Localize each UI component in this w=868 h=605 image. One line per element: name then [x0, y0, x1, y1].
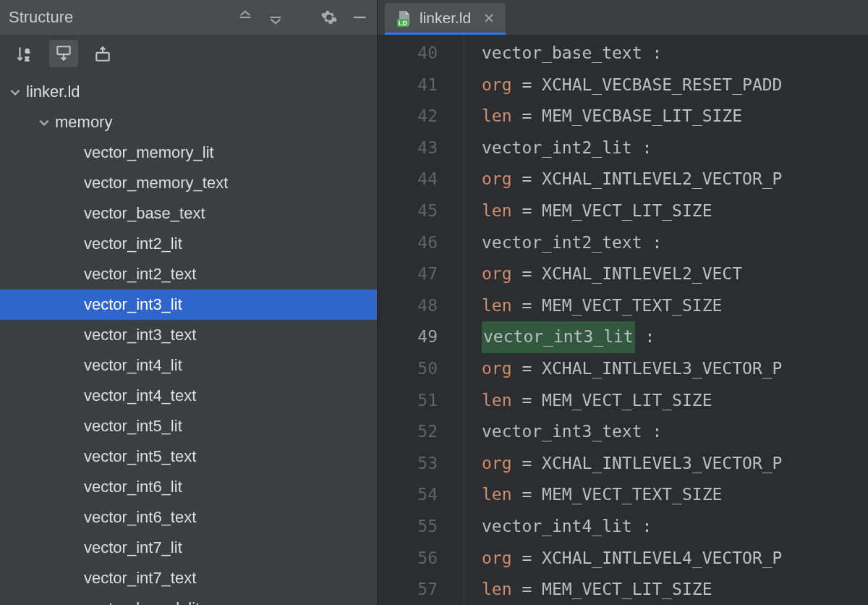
tree-item-vector_int6_lit[interactable]: vector_int6_lit — [0, 472, 377, 502]
tree-item-label: vector_int2_lit — [84, 234, 182, 253]
tree-item-label: vector_int3_text — [84, 326, 196, 344]
editor-body[interactable]: 404142434445464748495051525354555657 vec… — [378, 35, 868, 605]
svg-text:LD: LD — [399, 20, 407, 27]
gutter-line[interactable]: 53 — [378, 448, 438, 480]
tree-item-label: vector_int6_text — [84, 508, 196, 527]
tree-item-vector_int5_lit[interactable]: vector_int5_lit — [0, 411, 377, 441]
code-content[interactable]: vector_base_text : org = XCHAL_VECBASE_R… — [464, 35, 868, 605]
tree-item-vector_base_text[interactable]: vector_base_text — [0, 198, 377, 229]
tree-item-vector_int5_text[interactable]: vector_int5_text — [0, 441, 377, 472]
svg-text:z: z — [25, 54, 29, 62]
tree-item-vector_int6_text[interactable]: vector_int6_text — [0, 502, 377, 533]
gutter-line[interactable]: 50 — [378, 353, 438, 385]
code-line[interactable]: len = MEM_VECT_LIT_SIZE — [482, 385, 868, 417]
code-line[interactable]: len = MEM_VECT_LIT_SIZE — [482, 195, 868, 227]
code-line[interactable]: len = MEM_VECT_LIT_SIZE — [482, 574, 868, 605]
code-line[interactable]: org = XCHAL_INTLEVEL2_VECTOR_P — [482, 164, 868, 195]
tree-item-vector_int7_lit[interactable]: vector_int7_lit — [0, 533, 377, 563]
tree-item-label: vector_int7_lit — [84, 538, 182, 557]
tree-item-vector_int4_lit[interactable]: vector_int4_lit — [0, 350, 377, 381]
code-line[interactable]: vector_int2_lit : — [482, 132, 868, 164]
tree-item-label: vector_int2_text — [84, 265, 196, 284]
gutter-line[interactable]: 57 — [378, 574, 438, 605]
tree-item-label: vector_int4_lit — [84, 356, 182, 375]
tree-item-label: vector_base_text — [84, 204, 205, 223]
structure-header: Structure — [0, 0, 377, 35]
tree-root[interactable]: linker.ld — [0, 77, 377, 107]
tree-item-vector_int3_text[interactable]: vector_int3_text — [0, 320, 377, 350]
ld-file-icon: LD — [395, 9, 412, 27]
gutter-line[interactable]: 42 — [378, 101, 438, 132]
tree-item-label: vector_int7_text — [84, 569, 196, 588]
code-line[interactable]: vector_int2_text : — [482, 227, 868, 259]
code-line[interactable]: org = XCHAL_INTLEVEL3_VECTOR_P — [482, 448, 868, 480]
tree-item-vector_int7_text[interactable]: vector_int7_text — [0, 563, 377, 593]
tree-item-label: vector_int3_lit — [84, 295, 182, 314]
code-line[interactable]: len = MEM_VECBASE_LIT_SIZE — [482, 101, 868, 132]
gutter-line[interactable]: 44 — [378, 164, 438, 195]
app-root: Structure — [0, 0, 868, 605]
gutter-line[interactable]: 46 — [378, 227, 438, 259]
gutter-line[interactable]: 54 — [378, 479, 438, 511]
tree-item-vector_int2_lit[interactable]: vector_int2_lit — [0, 229, 377, 259]
close-icon[interactable] — [482, 12, 495, 25]
tab-label: linker.ld — [420, 9, 471, 27]
structure-panel: Structure — [0, 0, 378, 605]
code-line[interactable]: org = XCHAL_INTLEVEL4_VECTOR_P — [482, 543, 868, 575]
tree-item-vector_int4_text[interactable]: vector_int4_text — [0, 381, 377, 411]
gutter-line[interactable]: 49 — [378, 321, 438, 353]
tree-root-label: linker.ld — [26, 82, 80, 101]
code-line[interactable]: org = XCHAL_VECBASE_RESET_PADD — [482, 69, 868, 101]
gutter-line[interactable]: 45 — [378, 195, 438, 227]
tree-item-vector_int2_text[interactable]: vector_int2_text — [0, 259, 377, 289]
expand-all-icon[interactable] — [267, 9, 284, 26]
tree-item-label: vector_int4_text — [84, 386, 196, 405]
gutter-line[interactable]: 51 — [378, 385, 438, 417]
tree-item-label: vector_int5_text — [84, 447, 196, 466]
tree-item-label: vector_memory_text — [84, 174, 228, 192]
autoscroll-from-source-icon[interactable] — [88, 40, 117, 67]
tree-item-label: vector_int5_lit — [84, 417, 182, 436]
tree-group-memory[interactable]: memory — [0, 107, 377, 138]
tree-item-label: vector_memory_lit — [84, 143, 214, 162]
code-line[interactable]: vector_base_text : — [482, 38, 868, 69]
code-line[interactable]: org = XCHAL_INTLEVEL3_VECTOR_P — [482, 353, 868, 385]
gutter-line[interactable]: 41 — [378, 69, 438, 101]
sort-alpha-icon[interactable]: a z — [10, 40, 39, 67]
tree-item-vector_memory_lit[interactable]: vector_memory_lit — [0, 138, 377, 168]
gutter-line[interactable]: 52 — [378, 416, 438, 448]
code-line[interactable]: vector_int3_lit : — [482, 321, 868, 353]
tree-group-label: memory — [55, 113, 112, 132]
gutter-line[interactable]: 47 — [378, 258, 438, 290]
structure-toolbar: a z — [0, 35, 377, 72]
minimize-icon[interactable] — [351, 9, 368, 26]
editor-tabbar: LD linker.ld — [378, 0, 868, 35]
code-line[interactable]: len = MEM_VECT_TEXT_SIZE — [482, 479, 868, 511]
tree-item-vector_int3_lit[interactable]: vector_int3_lit — [0, 289, 377, 320]
tree-item-vector_kernel_lit[interactable]: vector_kernel_lit — [0, 593, 377, 605]
tree-item-label: vector_kernel_lit — [84, 599, 200, 605]
svg-rect-6 — [96, 53, 109, 61]
editor-area: LD linker.ld 404142434445464748495051525… — [378, 0, 868, 605]
code-line[interactable]: org = XCHAL_INTLEVEL2_VECT — [482, 258, 868, 290]
tree-item-label: vector_int6_lit — [84, 478, 182, 496]
gutter-line[interactable]: 40 — [378, 38, 438, 69]
code-line[interactable]: vector_int4_lit : — [482, 511, 868, 543]
gear-icon[interactable] — [320, 9, 338, 26]
structure-title: Structure — [9, 8, 73, 27]
gutter-line[interactable]: 56 — [378, 543, 438, 575]
collapse-all-icon[interactable] — [237, 9, 254, 26]
svg-text:a: a — [25, 46, 30, 54]
structure-header-actions — [237, 9, 368, 26]
svg-rect-5 — [57, 46, 69, 54]
tab-linker-ld[interactable]: LD linker.ld — [385, 3, 506, 35]
gutter-line[interactable]: 48 — [378, 290, 438, 322]
gutter-line[interactable]: 43 — [378, 132, 438, 164]
code-line[interactable]: len = MEM_VECT_TEXT_SIZE — [482, 290, 868, 322]
structure-tree[interactable]: linker.ldmemoryvector_memory_litvector_m… — [0, 72, 377, 605]
line-gutter[interactable]: 404142434445464748495051525354555657 — [378, 35, 464, 605]
autoscroll-to-source-icon[interactable] — [49, 40, 78, 67]
tree-item-vector_memory_text[interactable]: vector_memory_text — [0, 168, 377, 198]
gutter-line[interactable]: 55 — [378, 511, 438, 543]
code-line[interactable]: vector_int3_text : — [482, 416, 868, 448]
